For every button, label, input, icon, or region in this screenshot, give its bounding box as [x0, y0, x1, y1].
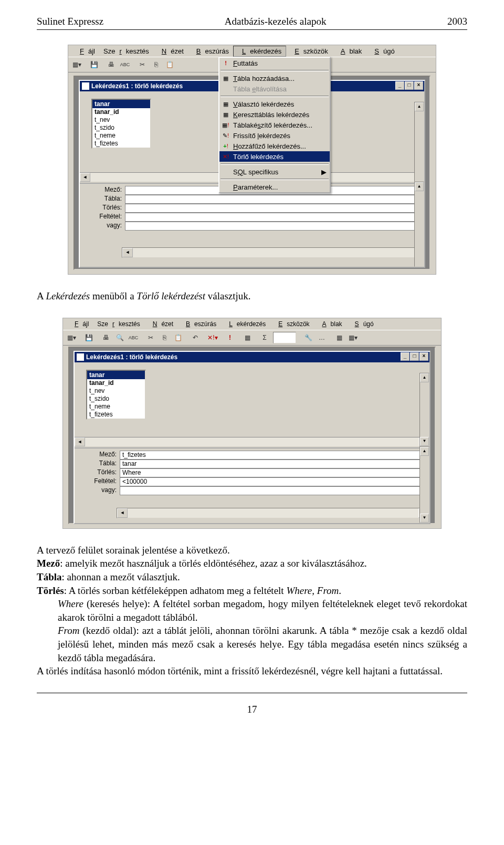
table-tanar[interactable]: tanar tanar_id t_nev t_szido t_neme t_fi…	[91, 99, 151, 149]
menu-tools[interactable]: Eszközök	[270, 319, 313, 329]
menu-window[interactable]: Ablak	[314, 319, 346, 329]
view-dropdown-icon[interactable]: ▦▾	[65, 331, 78, 344]
spellcheck-icon[interactable]: ABC	[119, 58, 131, 71]
close-button[interactable]: ×	[419, 352, 428, 361]
totals-icon[interactable]: Σ	[258, 331, 271, 344]
menu-item-delete-query[interactable]: ✕!Törlő lekérdezés	[219, 151, 330, 162]
scroll-up-icon[interactable]: ▲	[420, 447, 429, 456]
table-field[interactable]: t_nev	[87, 387, 145, 395]
properties-icon[interactable]: 🔧	[302, 331, 314, 344]
view-dropdown-icon[interactable]: ▦▾	[70, 58, 83, 71]
showtable-icon[interactable]: ▦	[241, 331, 254, 344]
grid-cell-table[interactable]: tanar	[120, 460, 429, 468]
menu-tools[interactable]: Eszközök	[286, 46, 332, 56]
print-icon[interactable]: 🖶	[105, 58, 118, 71]
scroll-up-icon[interactable]: ▲	[415, 102, 424, 111]
dbwindow-icon[interactable]: ▦	[333, 331, 345, 344]
cut-icon[interactable]: ✂	[144, 331, 157, 344]
grid-cell[interactable]	[125, 195, 424, 204]
scroll-up-icon[interactable]: ▲	[420, 373, 429, 382]
querytype-icon[interactable]: ✕!▾	[206, 331, 219, 344]
undo-icon[interactable]: ↶	[189, 331, 202, 344]
grid-cell[interactable]	[125, 222, 424, 231]
query-menu-dropdown[interactable]: !Futtatás ▦Tábla hozzáadása... Tábla elt…	[218, 57, 331, 193]
minimize-button[interactable]: _	[395, 81, 404, 90]
maximize-button[interactable]: □	[405, 81, 414, 90]
scroll-down-icon[interactable]: ▼	[420, 514, 429, 523]
menu-edit[interactable]: Szerkesztés	[99, 46, 153, 56]
menu-item-append-query[interactable]: +!Hozzáfűző lekérdezés...	[219, 141, 330, 151]
menu-item-add-table[interactable]: ▦Tábla hozzáadása...	[219, 73, 330, 84]
grid-vscrollbar-2[interactable]: ▲ ▼	[419, 446, 429, 523]
table-field[interactable]: t_szido	[87, 395, 145, 403]
minimize-button[interactable]: _	[401, 352, 410, 361]
build-icon[interactable]: …	[316, 331, 328, 344]
grid-hscrollbar-2[interactable]: ◄ ►	[117, 508, 429, 518]
menu-query[interactable]: Lekérdezés	[220, 319, 270, 329]
scroll-down-icon[interactable]: ▼	[420, 437, 429, 446]
app-menubar-2[interactable]: Fájl Szerkesztés Nézet Beszúrás Lekérdez…	[63, 318, 441, 330]
menu-item-update-query[interactable]: ✎!Frissítő lekérdezés	[219, 130, 330, 141]
menu-query[interactable]: Lekérdezés	[233, 46, 286, 57]
paste-icon[interactable]: 📋	[163, 58, 176, 71]
menu-file[interactable]: Fájl	[71, 46, 99, 56]
menu-help[interactable]: Súgó	[346, 319, 378, 329]
menu-item-sql[interactable]: SQL specifikus▶	[219, 166, 330, 177]
menu-item-crosstab-query[interactable]: ▦Kereszttáblás lekérdezés	[219, 109, 330, 120]
scroll-up-icon[interactable]: ▲	[415, 182, 424, 191]
upper-vscrollbar-2[interactable]: ▲ ▼	[419, 373, 429, 446]
table-field-pk[interactable]: tanar_id	[92, 108, 150, 116]
grid-cell-delete[interactable]: Where	[120, 468, 429, 477]
table-field[interactable]: t_fizetes	[87, 411, 145, 419]
menu-insert[interactable]: Beszúrás	[177, 319, 220, 329]
grid-cell-or[interactable]	[120, 486, 429, 495]
menu-window[interactable]: Ablak	[332, 46, 366, 56]
menu-item-maketable-query[interactable]: ▦!Táblakészítő lekérdezés...	[219, 120, 330, 130]
menu-view[interactable]: Nézet	[153, 46, 188, 56]
grid-cell-field[interactable]: t_fizetes	[120, 451, 429, 460]
table-tanar-2[interactable]: tanar tanar_id t_nev t_szido t_neme t_fi…	[86, 370, 146, 420]
window-titlebar-2[interactable]: Lekérdezés1 : törlő lekérdezés _ □ ×	[75, 352, 429, 362]
grid-cell[interactable]	[125, 213, 424, 222]
menu-insert[interactable]: Beszúrás	[188, 46, 233, 56]
table-field[interactable]: t_fizetes	[92, 140, 150, 148]
table-header[interactable]: tanar	[92, 100, 150, 108]
save-icon[interactable]: 💾	[88, 58, 100, 71]
print-icon[interactable]: 🖶	[100, 331, 112, 344]
copy-icon[interactable]: ⎘	[150, 58, 162, 71]
upper-hscrollbar-2[interactable]: ◄ ►	[75, 437, 429, 446]
menu-item-parameters[interactable]: Paraméterek...	[219, 182, 330, 192]
cut-icon[interactable]: ✂	[136, 58, 149, 71]
scroll-left-icon[interactable]: ◄	[75, 437, 85, 446]
menu-edit[interactable]: Szerkesztés	[93, 319, 144, 329]
grid-hscrollbar[interactable]: ◄	[122, 247, 424, 258]
table-field[interactable]: t_neme	[92, 132, 150, 140]
grid-cell[interactable]	[125, 204, 424, 213]
run-icon[interactable]: !	[224, 331, 236, 344]
close-button[interactable]: ×	[414, 81, 423, 90]
table-header[interactable]: tanar	[87, 371, 145, 379]
scroll-left-icon[interactable]: ◄	[80, 173, 90, 182]
upper-vscrollbar[interactable]: ▲	[414, 102, 424, 182]
maximize-button[interactable]: □	[410, 352, 419, 361]
grid-cell-criteria[interactable]: <100000	[120, 477, 429, 486]
preview-icon[interactable]: 🔍	[113, 331, 126, 344]
scroll-left-icon[interactable]: ◄	[122, 248, 133, 257]
newobj-icon[interactable]: ▦▾	[346, 331, 359, 344]
scroll-left-icon[interactable]: ◄	[117, 508, 128, 518]
table-field-pk[interactable]: tanar_id	[87, 379, 145, 387]
menu-item-select-query[interactable]: ▦Választó lekérdezés	[219, 99, 330, 109]
menu-view[interactable]: Nézet	[144, 319, 177, 329]
copy-icon[interactable]: ⎘	[158, 331, 171, 344]
menu-item-run[interactable]: !Futtatás	[219, 58, 330, 68]
save-icon[interactable]: 💾	[82, 331, 95, 344]
table-field[interactable]: t_nev	[92, 116, 150, 124]
app-menubar[interactable]: Fájl Szerkesztés Nézet Beszúrás Lekérdez…	[68, 45, 436, 57]
paste-icon[interactable]: 📋	[172, 331, 184, 344]
menu-help[interactable]: Súgó	[366, 46, 398, 56]
table-field[interactable]: t_szido	[92, 124, 150, 132]
table-field[interactable]: t_neme	[87, 403, 145, 411]
grid-vscrollbar[interactable]: ▲	[414, 182, 424, 267]
menu-file[interactable]: Fájl	[66, 319, 93, 329]
spellcheck-icon[interactable]: ABC	[127, 331, 140, 344]
